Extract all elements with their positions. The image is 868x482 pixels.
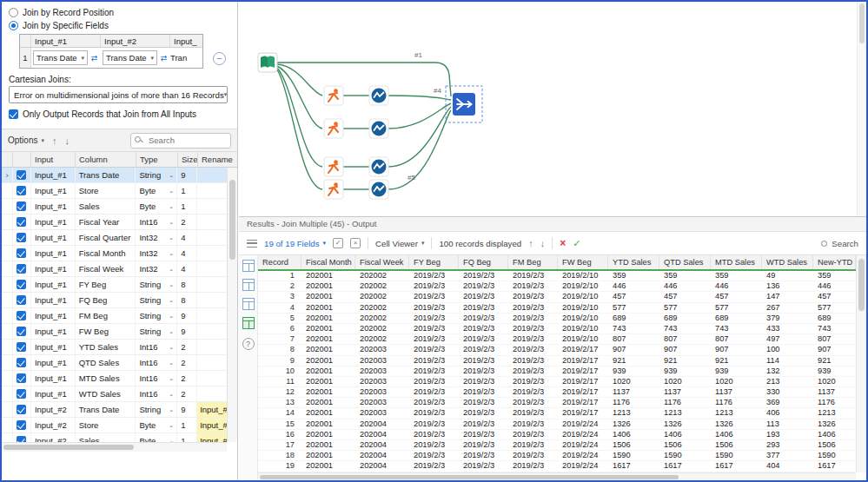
workflow-canvas[interactable]: #1 #4 #5 (239, 2, 866, 216)
field-row[interactable]: Input_#1StoreByte⌄1 (2, 183, 227, 199)
text-input-tool[interactable] (258, 53, 277, 72)
results-row[interactable]: 182020012020042019/2/32019/2/32019/2/320… (258, 451, 856, 461)
cell-viewer-dropdown[interactable]: Cell Viewer ▾ (375, 239, 424, 248)
checkbox-checked-icon[interactable] (9, 109, 18, 119)
field-checkbox[interactable] (13, 340, 31, 354)
results-column-header[interactable]: FW Beg (558, 255, 608, 269)
scrollbar-thumb[interactable] (3, 445, 134, 450)
field-checkbox[interactable] (13, 246, 31, 261)
field-rename-cell[interactable] (197, 340, 227, 354)
red-x-icon[interactable]: × (560, 237, 566, 249)
results-row[interactable]: 12020012020022019/2/32019/2/32019/2/3201… (258, 271, 856, 281)
field-checkbox[interactable] (13, 402, 31, 417)
field-rename-cell[interactable]: Input_# (197, 433, 227, 442)
field-type-dropdown[interactable]: Int16⌄ (136, 340, 177, 354)
field-row[interactable]: Input_#1FQ BegString⌄8 (2, 293, 227, 308)
field-checkbox[interactable] (13, 418, 31, 432)
field-rename-cell[interactable] (197, 324, 227, 339)
search-input[interactable] (130, 133, 231, 149)
field-type-dropdown[interactable]: String⌄ (136, 168, 177, 182)
field-type-dropdown[interactable]: Byte⌄ (136, 433, 177, 442)
field-type-dropdown[interactable]: Byte⌄ (136, 199, 177, 214)
results-row[interactable]: 192020012020042019/2/32019/2/32019/2/320… (258, 461, 856, 472)
results-column-header[interactable]: MTD Sales (711, 255, 762, 269)
field-rename-cell[interactable] (197, 168, 227, 182)
field-checkbox[interactable] (13, 261, 31, 276)
field-rename-cell[interactable] (197, 355, 227, 370)
results-row[interactable]: 32020012020022019/2/32019/2/32019/2/3201… (258, 292, 856, 302)
results-row[interactable]: 152020012020042019/2/32019/2/32019/2/320… (258, 419, 856, 430)
join-all-inputs-checkbox[interactable]: Only Output Records that Join from All I… (9, 109, 196, 119)
field-checkbox[interactable] (13, 199, 31, 214)
field-rename-cell[interactable] (197, 215, 227, 229)
results-row[interactable]: 172020012020042019/2/32019/2/32019/2/320… (258, 440, 856, 451)
field-rename-cell[interactable] (197, 199, 227, 214)
input-anchor-2-icon[interactable] (242, 279, 255, 291)
field-type-dropdown[interactable]: Int32⌄ (136, 230, 177, 245)
field-checkbox[interactable] (13, 168, 31, 182)
results-column-header[interactable]: Fiscal Week (355, 255, 409, 269)
results-column-header[interactable]: WTD Sales (762, 255, 813, 269)
field-checkbox[interactable] (13, 308, 31, 323)
join-field-select-input3[interactable]: Tran (170, 53, 202, 63)
swap-arrows-icon[interactable]: ⇄ (88, 54, 101, 63)
results-column-header[interactable]: FQ Beg (459, 255, 508, 269)
field-checkbox[interactable] (13, 355, 31, 370)
results-row[interactable]: 162020012020042019/2/32019/2/32019/2/320… (258, 430, 856, 440)
results-row[interactable]: 102020012020032019/2/32019/2/32019/2/320… (258, 366, 856, 377)
field-type-dropdown[interactable]: Int16⌄ (136, 371, 177, 386)
results-hscrollbar[interactable] (258, 472, 856, 480)
col-header-column[interactable]: Column (76, 152, 136, 167)
field-rename-cell[interactable]: Input_# (197, 418, 227, 432)
results-column-header[interactable]: FM Beg (508, 255, 558, 269)
results-column-header[interactable]: New-YTD (813, 255, 856, 269)
field-rename-cell[interactable] (197, 371, 227, 386)
results-row[interactable]: 82020012020032019/2/32019/2/32019/2/3201… (258, 345, 856, 355)
join-field-select-input1[interactable]: Trans Date▾ (33, 50, 88, 65)
field-type-dropdown[interactable]: String⌄ (136, 324, 177, 339)
field-type-dropdown[interactable]: String⌄ (136, 293, 177, 307)
radio-join-specific-fields[interactable]: Join by Specific Fields (9, 19, 109, 31)
input-anchor-1-icon[interactable] (242, 260, 255, 272)
field-row[interactable]: Input_#1Fiscal QuarterInt32⌄4 (2, 230, 227, 246)
results-column-header[interactable]: QTD Sales (659, 255, 711, 269)
field-checkbox[interactable] (13, 386, 31, 401)
field-checkbox[interactable] (13, 324, 31, 339)
canvas-vscrollbar[interactable] (857, 2, 866, 216)
results-row[interactable]: 42020012020022019/2/32019/2/32019/2/3201… (258, 303, 856, 314)
field-checkbox[interactable] (13, 215, 31, 229)
move-down-icon[interactable]: ↓ (64, 135, 70, 146)
move-up-icon[interactable]: ↑ (52, 135, 57, 146)
deselect-all-icon[interactable]: × (350, 238, 361, 248)
field-row[interactable]: Input_#1QTD SalesInt16⌄2 (2, 355, 227, 371)
results-row[interactable]: 52020012020022019/2/32019/2/32019/2/3201… (258, 314, 856, 324)
running-total-tool-4[interactable] (369, 180, 388, 199)
field-rename-cell[interactable] (197, 246, 227, 261)
field-type-dropdown[interactable]: Int32⌄ (136, 261, 177, 276)
field-grid-hscrollbar[interactable] (2, 442, 227, 452)
field-checkbox[interactable] (13, 277, 31, 292)
field-rename-cell[interactable]: Input_# (197, 402, 227, 417)
remove-join-row-button[interactable]: − (213, 52, 226, 65)
sample-tool-2[interactable] (324, 119, 343, 138)
field-grid-vscrollbar[interactable] (227, 168, 237, 442)
field-row[interactable]: Input_#1SalesByte⌄1 (2, 199, 227, 215)
field-type-dropdown[interactable]: String⌄ (136, 308, 177, 323)
field-row[interactable]: Input_#1Fiscal WeekInt32⌄4 (2, 261, 227, 277)
field-type-dropdown[interactable]: String⌄ (136, 277, 177, 292)
output-anchor-icon[interactable] (242, 317, 255, 329)
running-total-tool-2[interactable] (369, 119, 388, 138)
field-row[interactable]: Input_#1FW BegString⌄9 (2, 324, 227, 340)
cartesian-joins-select[interactable]: Error on multidimensional joins of more … (9, 86, 228, 103)
field-row[interactable]: Input_#2SalesByte⌄1Input_# (2, 433, 227, 442)
field-type-dropdown[interactable]: Int32⌄ (136, 246, 177, 261)
field-checkbox[interactable] (13, 230, 31, 245)
select-all-icon[interactable]: ✓ (333, 238, 343, 248)
radio-unchecked-icon[interactable] (9, 8, 18, 17)
scrollbar-thumb[interactable] (858, 259, 865, 311)
results-row[interactable]: 112020012020032019/2/32019/2/32019/2/320… (258, 377, 856, 387)
running-total-tool-1[interactable] (369, 86, 388, 105)
field-rename-cell[interactable] (197, 277, 227, 292)
fields-dropdown[interactable]: 19 of 19 Fields ▾ (264, 239, 326, 248)
field-checkbox[interactable] (13, 183, 31, 198)
